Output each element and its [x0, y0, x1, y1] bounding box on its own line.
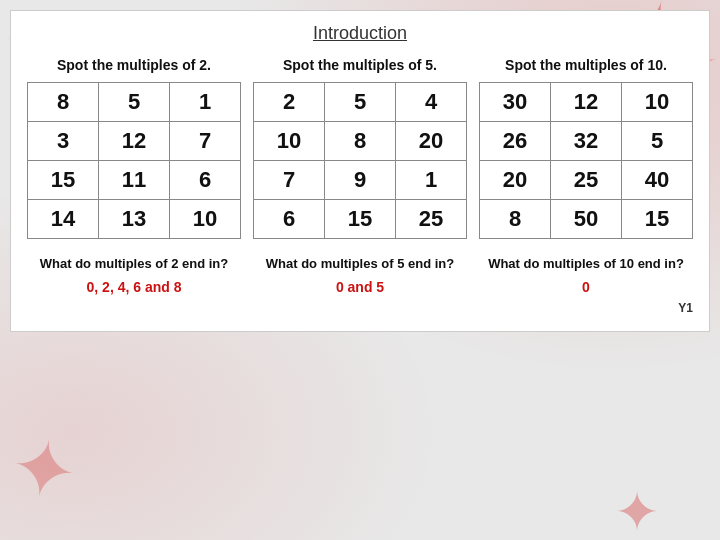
grid-cell: 11: [99, 161, 170, 200]
grid-cell: 6: [254, 200, 325, 239]
section-3-answer: 0: [479, 279, 693, 295]
sections-row: Spot the multiples of 2. 851312715116141…: [27, 56, 693, 295]
grid-cell: 12: [99, 122, 170, 161]
section-2-grid: 2541082079161525: [253, 82, 467, 239]
section-3-question: What do multiples of 10 end in?: [479, 255, 693, 273]
grid-cell: 5: [622, 122, 693, 161]
grid-cell: 12: [551, 83, 622, 122]
grid-cell: 1: [396, 161, 467, 200]
grid-cell: 15: [622, 200, 693, 239]
main-container: Introduction Spot the multiples of 2. 85…: [10, 10, 710, 332]
star-decoration-3: ✦: [4, 425, 84, 515]
grid-cell: 5: [99, 83, 170, 122]
grid-cell: 6: [170, 161, 241, 200]
grid-cell: 8: [325, 122, 396, 161]
grid-cell: 8: [480, 200, 551, 239]
grid-cell: 25: [551, 161, 622, 200]
grid-cell: 20: [396, 122, 467, 161]
grid-cell: 32: [551, 122, 622, 161]
grid-cell: 40: [622, 161, 693, 200]
star-decoration-4: ✦: [614, 485, 660, 540]
grid-cell: 14: [28, 200, 99, 239]
section-1-answer: 0, 2, 4, 6 and 8: [27, 279, 241, 295]
grid-cell: 2: [254, 83, 325, 122]
grid-cell: 10: [170, 200, 241, 239]
grid-cell: 7: [170, 122, 241, 161]
grid-cell: 15: [325, 200, 396, 239]
grid-cell: 26: [480, 122, 551, 161]
grid-cell: 3: [28, 122, 99, 161]
grid-cell: 1: [170, 83, 241, 122]
page-title: Introduction: [27, 23, 693, 44]
grid-cell: 10: [622, 83, 693, 122]
section-multiples-2: Spot the multiples of 2. 851312715116141…: [27, 56, 241, 295]
section-2-answer: 0 and 5: [253, 279, 467, 295]
grid-cell: 5: [325, 83, 396, 122]
section-1-question: What do multiples of 2 end in?: [27, 255, 241, 273]
y1-label: Y1: [27, 301, 693, 315]
grid-cell: 25: [396, 200, 467, 239]
grid-cell: 13: [99, 200, 170, 239]
section-multiples-10: Spot the multiples of 10. 30121026325202…: [479, 56, 693, 295]
grid-cell: 7: [254, 161, 325, 200]
grid-cell: 8: [28, 83, 99, 122]
grid-cell: 50: [551, 200, 622, 239]
section-1-title: Spot the multiples of 2.: [27, 56, 241, 74]
section-1-grid: 851312715116141310: [27, 82, 241, 239]
grid-cell: 9: [325, 161, 396, 200]
grid-cell: 10: [254, 122, 325, 161]
grid-cell: 15: [28, 161, 99, 200]
grid-cell: 30: [480, 83, 551, 122]
grid-cell: 20: [480, 161, 551, 200]
section-2-question: What do multiples of 5 end in?: [253, 255, 467, 273]
section-2-title: Spot the multiples of 5.: [253, 56, 467, 74]
section-multiples-5: Spot the multiples of 5. 254108207916152…: [253, 56, 467, 295]
section-3-grid: 3012102632520254085015: [479, 82, 693, 239]
grid-cell: 4: [396, 83, 467, 122]
section-3-title: Spot the multiples of 10.: [479, 56, 693, 74]
